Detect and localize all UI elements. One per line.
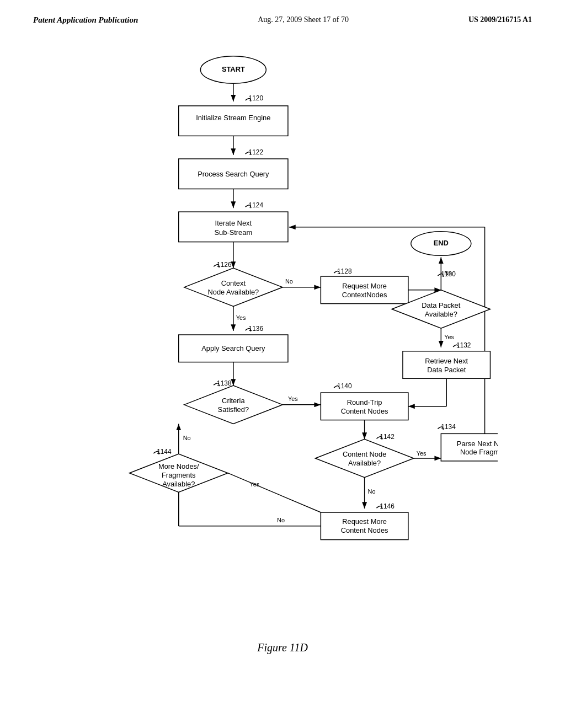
svg-text:Yes: Yes	[236, 314, 246, 321]
header-right: US 2009/216715 A1	[468, 15, 532, 24]
svg-text:Round-Trip: Round-Trip	[347, 398, 382, 406]
svg-text:Criteria: Criteria	[222, 397, 245, 405]
svg-text:Available?: Available?	[425, 310, 457, 318]
svg-text:No: No	[444, 270, 452, 276]
svg-text:Apply Search Query: Apply Search Query	[201, 344, 265, 352]
svg-line-67	[228, 473, 321, 512]
flowchart-svg: START 1120 Initialize Stream Engine 1122…	[67, 41, 498, 631]
svg-text:Content Nodes: Content Nodes	[341, 526, 388, 534]
svg-text:Data Packet: Data Packet	[422, 301, 460, 309]
svg-text:Data Packet: Data Packet	[427, 366, 466, 374]
svg-text:Iterate Next: Iterate Next	[215, 219, 252, 227]
svg-text:No: No	[368, 488, 376, 495]
svg-text:No: No	[277, 517, 285, 523]
svg-text:Satisfied?: Satisfied?	[218, 405, 249, 414]
svg-text:Node Fragment: Node Fragment	[460, 448, 498, 456]
svg-text:Parse Next Node/: Parse Next Node/	[457, 440, 498, 448]
svg-text:No: No	[183, 435, 191, 441]
svg-text:Content Node: Content Node	[343, 450, 386, 458]
page: Patent Application Publication Aug. 27, …	[0, 0, 565, 728]
figure-caption: Figure 11D	[0, 641, 565, 654]
svg-text:END: END	[434, 239, 449, 247]
svg-text:Sub-Stream: Sub-Stream	[215, 228, 253, 237]
svg-text:Initialize Stream Engine: Initialize Stream Engine	[196, 114, 270, 122]
svg-text:Process Search Query: Process Search Query	[198, 170, 269, 178]
svg-text:Yes: Yes	[444, 334, 454, 340]
svg-text:Retrieve Next: Retrieve Next	[425, 357, 468, 365]
header-left: Patent Application Publication	[33, 15, 138, 25]
header: Patent Application Publication Aug. 27, …	[0, 0, 565, 25]
svg-text:Context: Context	[221, 279, 246, 287]
svg-text:Fragments: Fragments	[162, 471, 195, 479]
svg-text:Request More: Request More	[342, 517, 387, 526]
svg-text:Available?: Available?	[348, 459, 381, 467]
svg-text:Yes: Yes	[250, 481, 260, 488]
svg-text:Available?: Available?	[162, 480, 195, 488]
svg-text:Content Nodes: Content Nodes	[341, 407, 388, 415]
svg-text:Yes: Yes	[288, 395, 298, 402]
svg-text:Node Available?: Node Available?	[207, 288, 259, 296]
header-center: Aug. 27, 2009 Sheet 17 of 70	[258, 15, 349, 24]
svg-text:No: No	[285, 278, 293, 285]
svg-text:Yes: Yes	[417, 450, 427, 457]
flowchart-area: START 1120 Initialize Stream Engine 1122…	[67, 41, 498, 631]
svg-text:More Nodes/: More Nodes/	[158, 462, 199, 470]
svg-text:START: START	[222, 65, 245, 73]
svg-text:ContextNodes: ContextNodes	[342, 291, 387, 299]
svg-text:Request More: Request More	[342, 282, 387, 290]
